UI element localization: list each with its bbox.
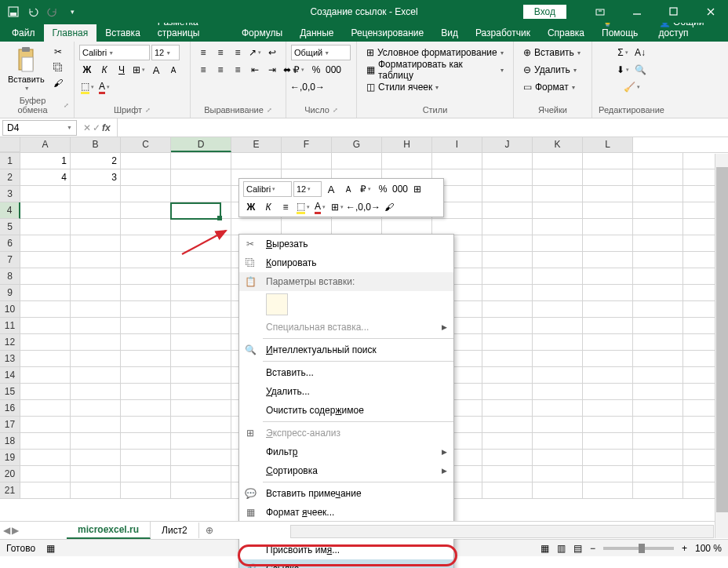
shrink-font-icon[interactable]: A xyxy=(166,62,181,78)
sheet-next-icon[interactable]: ▶ xyxy=(12,525,19,536)
col-G[interactable]: G xyxy=(332,137,382,152)
col-E[interactable]: E xyxy=(231,137,282,152)
row-12[interactable]: 12 xyxy=(0,334,20,351)
row-5[interactable]: 5 xyxy=(0,219,20,235)
ctx-format-cells[interactable]: ▦Формат ячеек... xyxy=(239,503,453,522)
percent-icon[interactable]: % xyxy=(308,62,324,78)
dialog-launcher-icon[interactable]: ⤢ xyxy=(333,107,338,114)
row-11[interactable]: 11 xyxy=(0,318,20,334)
ctx-name[interactable]: Присвоить имя... xyxy=(239,541,453,559)
ctx-smart-lookup[interactable]: 🔍Интеллектуальный поиск xyxy=(239,340,453,359)
tab-formulas[interactable]: Формулы xyxy=(233,24,291,42)
col-L[interactable]: L xyxy=(583,137,633,152)
dialog-launcher-icon[interactable]: ⤢ xyxy=(267,107,272,114)
format-table-button[interactable]: ▦ Форматировать как таблицу▾ xyxy=(362,62,508,78)
tab-review[interactable]: Рецензирование xyxy=(343,24,433,42)
insert-cells-button[interactable]: ⊕ Вставить▾ xyxy=(519,45,585,60)
paste-option-icon[interactable] xyxy=(266,293,288,315)
ctx-insert[interactable]: Вставить... xyxy=(239,363,453,382)
view-layout-icon[interactable]: ▥ xyxy=(557,543,566,554)
sheet-2[interactable]: Лист2 xyxy=(151,522,199,538)
mini-incdec-icon[interactable]: ←,0 xyxy=(347,199,362,215)
minimize-icon[interactable] xyxy=(619,0,654,23)
ctx-clear[interactable]: Очистить содержимое xyxy=(239,401,453,420)
tab-file[interactable]: Файл xyxy=(3,24,44,42)
horizontal-scrollbar[interactable] xyxy=(290,525,714,538)
mini-currency-icon[interactable]: ₽▾ xyxy=(358,181,373,197)
row-14[interactable]: 14 xyxy=(0,367,20,384)
grow-font-icon[interactable]: A xyxy=(148,62,164,78)
mini-bold-button[interactable]: Ж xyxy=(243,199,259,215)
row-10[interactable]: 10 xyxy=(0,301,20,318)
vertical-scrollbar[interactable] xyxy=(715,154,728,538)
redo-icon[interactable] xyxy=(44,3,61,20)
copy-icon[interactable]: ⿻ xyxy=(51,60,65,75)
align-top-icon[interactable]: ≡ xyxy=(195,45,211,60)
autosum-icon[interactable]: Σ▾ xyxy=(615,45,631,60)
row-4[interactable]: 4 xyxy=(0,202,20,219)
mini-font-combo[interactable]: Calibri▾ xyxy=(243,181,292,197)
row-2[interactable]: 2 xyxy=(0,169,20,186)
col-K[interactable]: K xyxy=(533,137,583,152)
mini-percent-icon[interactable]: % xyxy=(375,181,391,197)
row-18[interactable]: 18 xyxy=(0,433,20,450)
tab-developer[interactable]: Разработчик xyxy=(467,24,539,42)
ribbon-options-icon[interactable] xyxy=(582,0,617,23)
ctx-link[interactable]: 🔗Ссылка xyxy=(239,559,453,568)
mini-size-combo[interactable]: 12▾ xyxy=(293,181,322,197)
view-normal-icon[interactable]: ▦ xyxy=(541,543,549,554)
login-button[interactable]: Вход xyxy=(523,5,566,19)
dialog-launcher-icon[interactable]: ⤢ xyxy=(64,102,69,109)
col-J[interactable]: J xyxy=(482,137,533,152)
mini-shrink-icon[interactable]: A xyxy=(340,181,356,197)
font-color-button[interactable]: A▾ xyxy=(96,79,112,95)
mini-align-icon[interactable]: ≡ xyxy=(278,199,293,215)
select-all-corner[interactable] xyxy=(0,137,20,152)
row-19[interactable]: 19 xyxy=(0,450,20,466)
border-button[interactable]: ⊞▾ xyxy=(131,62,147,78)
dialog-launcher-icon[interactable]: ⤢ xyxy=(145,107,151,114)
bold-button[interactable]: Ж xyxy=(79,62,95,78)
mini-decdec-icon[interactable]: ,0→ xyxy=(364,199,380,215)
font-name-combo[interactable]: Calibri▼ xyxy=(79,45,150,60)
row-13[interactable]: 13 xyxy=(0,351,20,367)
mini-cond-icon[interactable]: ⊞ xyxy=(410,181,425,197)
col-F[interactable]: F xyxy=(282,137,332,152)
underline-button[interactable]: Ч xyxy=(114,62,129,78)
ctx-filter[interactable]: Фильтр▶ xyxy=(239,442,453,461)
mini-grow-icon[interactable]: A xyxy=(323,181,339,197)
ctx-insert-comment[interactable]: 💬Вставить примечание xyxy=(239,484,453,503)
row-9[interactable]: 9 xyxy=(0,285,20,301)
tab-home[interactable]: Главная xyxy=(44,24,97,42)
save-icon[interactable] xyxy=(5,3,22,20)
tab-data[interactable]: Данные xyxy=(291,24,342,42)
clear-icon[interactable]: 🧹▾ xyxy=(624,79,639,95)
tab-view[interactable]: Вид xyxy=(432,24,467,42)
font-size-combo[interactable]: 12▼ xyxy=(151,45,180,60)
currency-icon[interactable]: ₽▾ xyxy=(291,62,307,78)
wrap-text-icon[interactable]: ↩ xyxy=(264,45,280,60)
dec-decimal-icon[interactable]: ,0→ xyxy=(308,79,324,95)
macro-icon[interactable]: ▦ xyxy=(46,543,55,554)
zoom-out-icon[interactable]: − xyxy=(590,543,595,554)
row-3[interactable]: 3 xyxy=(0,186,20,202)
find-icon[interactable]: 🔍 xyxy=(632,62,648,78)
view-break-icon[interactable]: ▤ xyxy=(573,543,582,554)
fx-icon[interactable]: fx xyxy=(102,122,111,133)
col-I[interactable]: I xyxy=(432,137,482,152)
cut-icon[interactable]: ✂ xyxy=(51,45,65,59)
ctx-delete[interactable]: Удалить... xyxy=(239,382,453,401)
indent-dec-icon[interactable]: ⇤ xyxy=(247,62,263,78)
maximize-icon[interactable] xyxy=(656,0,691,23)
qat-customize-icon[interactable]: ▾ xyxy=(64,3,81,20)
name-box[interactable]: D4▼ xyxy=(2,120,77,136)
mini-comma-icon[interactable]: 000 xyxy=(392,181,408,197)
undo-icon[interactable] xyxy=(24,3,42,20)
tab-insert[interactable]: Вставка xyxy=(96,24,149,42)
row-6[interactable]: 6 xyxy=(0,235,20,252)
formula-input[interactable] xyxy=(117,118,728,137)
format-painter-icon[interactable]: 🖌 xyxy=(51,76,65,90)
close-icon[interactable] xyxy=(693,0,728,23)
align-left-icon[interactable]: ≡ xyxy=(195,62,211,78)
cancel-icon[interactable]: ✕ xyxy=(83,122,91,133)
